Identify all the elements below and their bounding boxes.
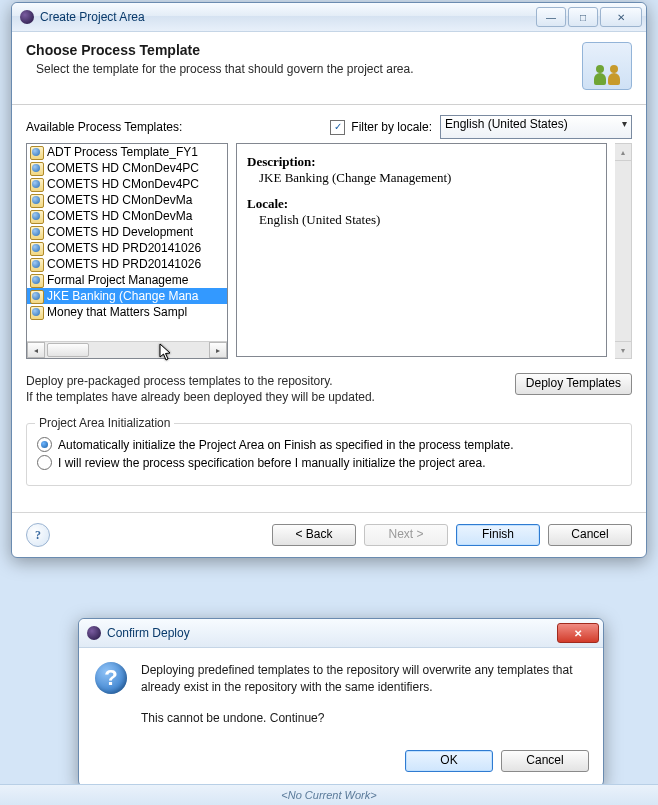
scroll-right-icon[interactable]: ▸ [209, 342, 227, 358]
confirm-line2: This cannot be undone. Continue? [141, 710, 587, 727]
locale-select-value: English (United States) [445, 117, 568, 131]
close-button[interactable]: ✕ [600, 7, 642, 27]
template-item-label: ADT Process Template_FY1 [47, 145, 198, 159]
template-icon [29, 225, 45, 239]
confirm-titlebar[interactable]: Confirm Deploy ✕ [79, 619, 603, 648]
detail-vscroll[interactable]: ▴ ▾ [615, 143, 632, 359]
template-icon [29, 193, 45, 207]
template-detail-pane: Description: JKE Banking (Change Managem… [236, 143, 607, 357]
create-project-area-window: Create Project Area — □ ✕ Choose Process… [11, 2, 647, 558]
filter-by-locale-checkbox[interactable]: ✓ [330, 120, 345, 135]
template-item[interactable]: COMETS HD CMonDev4PC [27, 176, 227, 192]
template-item-label: COMETS HD CMonDev4PC [47, 161, 199, 175]
confirm-close-button[interactable]: ✕ [557, 623, 599, 643]
wizard-footer: ? < Back Next > Finish Cancel [12, 512, 646, 557]
titlebar[interactable]: Create Project Area — □ ✕ [12, 3, 646, 32]
filter-by-locale-label: Filter by locale: [351, 120, 432, 134]
template-item[interactable]: COMETS HD PRD20141026 [27, 240, 227, 256]
question-icon: ? [95, 662, 127, 694]
banner-icon [582, 42, 632, 90]
banner: Choose Process Template Select the templ… [12, 32, 646, 105]
locale-value: English (United States) [259, 212, 596, 228]
description-label: Description: [247, 154, 596, 170]
scroll-down-icon[interactable]: ▾ [615, 341, 631, 358]
template-item[interactable]: COMETS HD CMonDevMa [27, 208, 227, 224]
template-item-label: COMETS HD Development [47, 225, 193, 239]
template-item-label: COMETS HD PRD20141026 [47, 257, 201, 271]
confirm-line1: Deploying predefined templates to the re… [141, 662, 587, 696]
init-manual-label: I will review the process specification … [58, 456, 486, 470]
finish-button[interactable]: Finish [456, 524, 540, 546]
locale-label: Locale: [247, 196, 596, 212]
help-icon[interactable]: ? [26, 523, 50, 547]
template-item-label: COMETS HD PRD20141026 [47, 241, 201, 255]
template-icon [29, 257, 45, 271]
deploy-desc-line2: If the templates have already been deplo… [26, 390, 375, 404]
init-auto-label: Automatically initialize the Project Are… [58, 438, 514, 452]
deploy-templates-button[interactable]: Deploy Templates [515, 373, 632, 395]
back-button[interactable]: < Back [272, 524, 356, 546]
template-item[interactable]: ADT Process Template_FY1 [27, 144, 227, 160]
template-item[interactable]: COMETS HD PRD20141026 [27, 256, 227, 272]
template-icon [29, 305, 45, 319]
confirm-ok-button[interactable]: OK [405, 750, 493, 772]
banner-title: Choose Process Template [26, 42, 582, 58]
next-button: Next > [364, 524, 448, 546]
template-icon [29, 241, 45, 255]
template-icon [29, 161, 45, 175]
template-item-label: JKE Banking (Change Mana [47, 289, 198, 303]
confirm-deploy-dialog: Confirm Deploy ✕ ? Deploying predefined … [78, 618, 604, 787]
maximize-button[interactable]: □ [568, 7, 598, 27]
template-item[interactable]: COMETS HD CMonDevMa [27, 192, 227, 208]
template-icon [29, 177, 45, 191]
template-item-label: Money that Matters Sampl [47, 305, 187, 319]
banner-description: Select the template for the process that… [36, 62, 582, 76]
template-item[interactable]: COMETS HD Development [27, 224, 227, 240]
template-icon [29, 209, 45, 223]
available-templates-label: Available Process Templates: [26, 120, 330, 134]
template-icon [29, 145, 45, 159]
template-item[interactable]: Money that Matters Sampl [27, 304, 227, 320]
deploy-desc-line1: Deploy pre-packaged process templates to… [26, 374, 333, 388]
scroll-thumb[interactable] [47, 343, 89, 357]
eclipse-icon [20, 10, 34, 24]
template-item-label: COMETS HD CMonDev4PC [47, 177, 199, 191]
template-item[interactable]: COMETS HD CMonDev4PC [27, 160, 227, 176]
confirm-cancel-button[interactable]: Cancel [501, 750, 589, 772]
init-legend: Project Area Initialization [35, 416, 174, 430]
template-list[interactable]: ADT Process Template_FY1COMETS HD CMonDe… [26, 143, 228, 359]
template-list-hscroll[interactable]: ◂ ▸ [27, 341, 227, 358]
template-item[interactable]: Formal Project Manageme [27, 272, 227, 288]
init-manual-radio[interactable] [37, 455, 52, 470]
template-item-label: COMETS HD CMonDevMa [47, 209, 192, 223]
statusbar: <No Current Work> [0, 784, 658, 805]
locale-select[interactable]: English (United States) [440, 115, 632, 139]
cancel-button[interactable]: Cancel [548, 524, 632, 546]
init-auto-radio[interactable] [37, 437, 52, 452]
template-item-label: COMETS HD CMonDevMa [47, 193, 192, 207]
description-value: JKE Banking (Change Management) [259, 170, 596, 186]
template-icon [29, 273, 45, 287]
minimize-button[interactable]: — [536, 7, 566, 27]
template-item[interactable]: JKE Banking (Change Mana [27, 288, 227, 304]
template-item-label: Formal Project Manageme [47, 273, 188, 287]
project-area-init-group: Project Area Initialization Automaticall… [26, 423, 632, 486]
template-icon [29, 289, 45, 303]
statusbar-text: <No Current Work> [281, 789, 376, 801]
scroll-up-icon[interactable]: ▴ [615, 144, 631, 161]
eclipse-icon [87, 626, 101, 640]
scroll-left-icon[interactable]: ◂ [27, 342, 45, 358]
confirm-title: Confirm Deploy [107, 626, 190, 640]
window-title: Create Project Area [40, 10, 145, 24]
